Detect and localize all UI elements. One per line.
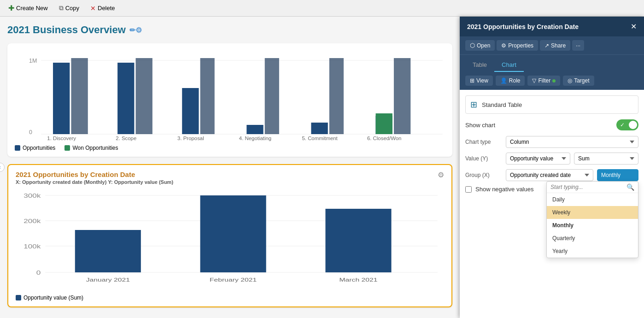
svg-rect-13 [329,58,344,134]
chart-type-row: Chart type Column Bar Line Pie [465,136,638,148]
tab-bar: Table Chart [460,55,644,72]
chart-2-settings-icon[interactable]: ⚙ [438,171,444,179]
bar-chart-1: 1M 0 [15,49,445,151]
svg-rect-10 [246,125,263,134]
filter-pills: ⊞ View 👤 Role ▽ Filter ◎ Target [460,72,644,90]
svg-text:January 2021: January 2021 [86,277,130,283]
target-pill[interactable]: ◎ Target [563,76,594,86]
svg-rect-32 [200,195,266,272]
main-area: 2021 Business Overview ✏⚙ 1M 0 [0,17,644,318]
show-negative-checkbox[interactable] [465,186,472,193]
period-select[interactable]: Monthly Daily Weekly Quarterly Yearly [597,169,638,181]
svg-rect-6 [117,63,134,134]
svg-rect-31 [75,230,141,272]
view-pill[interactable]: ⊞ View [465,76,493,86]
right-panel: 2021 Opportunities by Creation Date ✕ ⬡ … [460,17,644,318]
value-y-row: Value (Y) Opportunity value Sum Count Av… [465,153,638,165]
create-icon: ✚ [8,4,14,12]
panel-content: ⊞ Standard Table Show chart ✓ Chart type… [460,90,644,318]
chart-2-title: 2021 Opportunities by Creation Date [16,171,173,178]
role-pill[interactable]: 👤 Role [496,76,525,86]
show-negative-label: Show negative values [475,186,533,193]
dashboard-title: 2021 Business Overview [7,24,126,36]
right-panel-header: 2021 Opportunities by Creation Date ✕ [460,17,644,36]
legend-opp-value-dot [16,295,21,300]
svg-text:1M: 1M [29,58,37,64]
group-x-label: Group (X) [465,172,502,178]
svg-rect-4 [53,63,70,134]
open-icon: ⬡ [470,42,475,49]
legend-opportunities: Opportunities [15,145,55,151]
period-dropdown-popup: 🔍 Daily Weekly Monthly Quarterly Yearly [546,181,638,258]
bar-chart-svg-1: 1M 0 [15,49,445,141]
svg-rect-7 [136,58,152,134]
dropdown-item-monthly[interactable]: Monthly [547,219,638,232]
svg-text:3. Proposal: 3. Proposal [177,135,204,141]
standard-table-label: Standard Table [482,101,522,108]
svg-text:2. Scope: 2. Scope [116,135,136,141]
filter-pill-btn[interactable]: ▽ Filter [527,76,560,86]
legend-won-dot [64,145,70,151]
legend-opportunities-dot [15,145,20,151]
value-y-select[interactable]: Opportunity value [506,153,570,165]
target-icon: ◎ [568,77,572,84]
panel-toolbar: ⬡ Open ⚙ Properties ↗ Share ··· [460,36,644,55]
chart-type-select[interactable]: Column Bar Line Pie [506,136,638,148]
toolbar: ✚ Create New ⧉ Copy ✕ Delete [0,0,644,17]
filter-active-dot [552,79,556,82]
show-chart-toggle[interactable]: ✓ [616,119,638,130]
chart-2-subtitle-y: Y: Opportunity value (Sum) [108,179,173,185]
dropdown-item-yearly[interactable]: Yearly [547,245,638,258]
toggle-check-icon: ✓ [620,122,625,128]
group-x-row: Group (X) Opportunity created date Month… [465,169,638,181]
chart-card-1: 1M 0 [7,43,452,157]
share-button[interactable]: ↗ Share [540,40,570,51]
svg-text:0: 0 [29,129,32,135]
search-icon: 🔍 [626,183,634,191]
dropdown-item-daily[interactable]: Daily [547,193,638,206]
chart-2-legend: Opportunity value (Sum) [16,294,444,301]
copy-button[interactable]: ⧉ Copy [54,2,84,14]
chart-2-subtitle-x: X: Opportunity created date (Monthly) [16,179,106,185]
legend-opp-value: Opportunity value (Sum) [16,294,83,301]
share-icon: ↗ [544,42,549,49]
tab-chart[interactable]: Chart [494,59,524,72]
copy-icon: ⧉ [59,4,64,12]
close-panel-button[interactable]: ✕ [631,22,637,31]
dropdown-search-input[interactable] [550,184,626,190]
chart-card-2: 2021 Opportunities by Creation Date X: O… [7,164,452,307]
properties-button[interactable]: ⚙ Properties [497,40,538,51]
svg-text:5. Commitment: 5. Commitment [302,135,338,141]
delete-button[interactable]: ✕ Delete [86,3,120,14]
filter-icon: ▽ [532,77,536,84]
right-panel-title: 2021 Opportunities by Creation Date [467,23,579,30]
toggle-knob [629,121,637,129]
svg-text:4. Negotiating: 4. Negotiating [239,135,271,141]
svg-rect-8 [182,88,199,134]
svg-rect-5 [71,58,88,134]
svg-rect-15 [394,58,410,134]
svg-rect-33 [325,209,391,272]
svg-text:0: 0 [36,270,41,276]
standard-table-icon: ⊞ [470,100,477,110]
svg-rect-12 [311,123,328,134]
dropdown-item-weekly[interactable]: Weekly [547,206,638,219]
tab-table[interactable]: Table [465,59,494,72]
svg-rect-9 [200,58,215,134]
open-button[interactable]: ⬡ Open [465,40,495,51]
svg-rect-16 [376,113,392,134]
dropdown-item-quarterly[interactable]: Quarterly [547,232,638,245]
chart-type-label: Chart type [465,139,502,145]
svg-text:200k: 200k [23,218,41,224]
edit-icon[interactable]: ✏⚙ [129,26,142,35]
left-content: 2021 Business Overview ✏⚙ 1M 0 [0,17,460,318]
chart-2-area: 300k 200k 100k 0 January 2021 [16,189,444,291]
standard-table-row[interactable]: ⊞ Standard Table [465,95,638,114]
svg-text:March 2021: March 2021 [339,277,377,283]
value-y-agg-select[interactable]: Sum Count Average [574,153,638,165]
group-x-select[interactable]: Opportunity created date [506,169,593,181]
create-new-button[interactable]: ✚ Create New [4,2,53,14]
value-y-label: Value (Y) [465,155,502,162]
more-button[interactable]: ··· [572,40,584,51]
chart-2-subtitle: X: Opportunity created date (Monthly) Y:… [16,179,173,185]
